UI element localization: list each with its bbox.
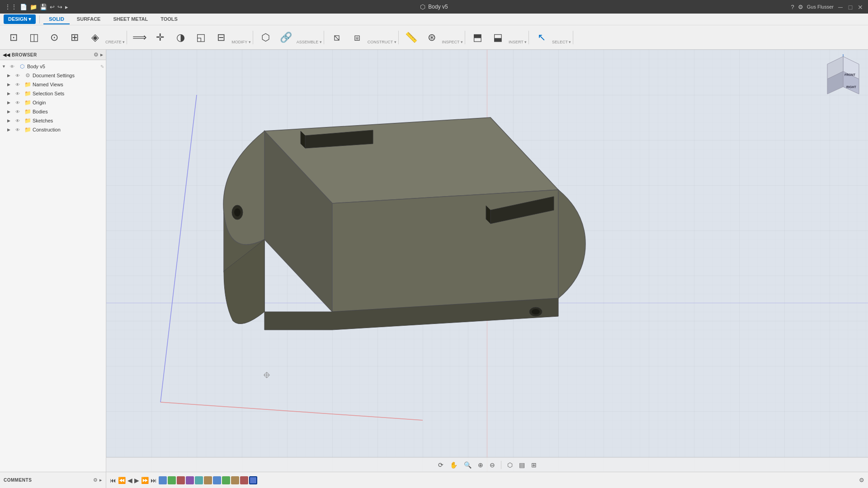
offset-plane-button[interactable]: ⧅	[327, 31, 347, 44]
app-menu-icon[interactable]: ⋮⋮	[5, 3, 17, 10]
move-button[interactable]: ✛	[150, 31, 170, 44]
browser-expand-icon[interactable]: ▸	[100, 52, 103, 58]
comments-expand-icon[interactable]: ▸	[99, 477, 102, 483]
origin-eye-icon[interactable]: 👁	[14, 99, 21, 106]
timeline-next-button[interactable]: ⏩	[141, 477, 149, 484]
edit-icon[interactable]: ✎	[100, 64, 104, 69]
joint-button[interactable]: 🔗	[276, 31, 296, 44]
root-label: Body v5	[27, 64, 100, 69]
doc-eye-icon[interactable]: 👁	[14, 72, 21, 79]
construction-arrow[interactable]: ▶	[7, 127, 13, 132]
loft-button[interactable]: ⊞	[65, 31, 85, 44]
feature-8[interactable]	[222, 476, 230, 484]
chamfer-button[interactable]: ◱	[191, 31, 211, 44]
bodies-eye-icon[interactable]: 👁	[14, 108, 21, 115]
nav-cube[interactable]: FRONT RIGHT Z	[823, 54, 863, 95]
sketches-eye-icon[interactable]: 👁	[14, 117, 21, 124]
construction-eye-icon[interactable]: 👁	[14, 126, 21, 133]
feature-4[interactable]	[186, 476, 194, 484]
ss-arrow[interactable]: ▶	[7, 91, 13, 96]
feature-5[interactable]	[195, 476, 203, 484]
help-icon[interactable]: ?	[791, 4, 794, 10]
tree-bodies[interactable]: ▶ 👁 📁 Bodies	[0, 107, 106, 116]
viewport[interactable]: FRONT RIGHT Z ⟳ ✋ 🔍 ⊕ ⊖ ⬡ ▤ ⊞	[106, 50, 868, 472]
close-button[interactable]: ✕	[857, 4, 863, 10]
nv-arrow[interactable]: ▶	[7, 82, 13, 87]
feature-9[interactable]	[231, 476, 239, 484]
maximize-button[interactable]: □	[847, 4, 854, 10]
new-file-icon[interactable]: 📄	[20, 4, 27, 10]
root-collapse-arrow[interactable]: ▼	[2, 64, 7, 69]
shell-button[interactable]: ⊟	[211, 31, 231, 44]
feature-6[interactable]	[204, 476, 212, 484]
origin-arrow[interactable]: ▶	[7, 100, 13, 105]
feature-7[interactable]	[213, 476, 221, 484]
comments-panel[interactable]: COMMENTS ⚙ ▸	[0, 472, 106, 488]
vp-zoom-in-icon[interactable]: ⊕	[476, 460, 486, 469]
tree-construction[interactable]: ▶ 👁 📁 Construction	[0, 125, 106, 134]
vp-zoom-icon[interactable]: 🔍	[462, 460, 474, 469]
feature-current[interactable]	[249, 476, 257, 484]
select-button[interactable]: ↖	[532, 31, 552, 44]
new-body-button[interactable]: ◈	[85, 31, 105, 44]
interference-button[interactable]: ⊛	[422, 31, 442, 44]
revolve-button[interactable]: ◫	[24, 31, 44, 44]
vp-grid-icon[interactable]: ⊞	[529, 460, 539, 469]
undo-icon[interactable]: ↩	[50, 4, 55, 10]
bodies-arrow[interactable]: ▶	[7, 109, 13, 114]
timeline-skip-end-button[interactable]: ⏭	[151, 477, 157, 484]
timeline-settings-icon[interactable]: ⚙	[859, 477, 864, 483]
tab-solid[interactable]: SOLID	[43, 14, 70, 24]
feature-3[interactable]	[177, 476, 185, 484]
redo-icon[interactable]: ↪	[57, 4, 62, 10]
vp-view-cube-icon[interactable]: ⬡	[505, 460, 515, 469]
midplane-button[interactable]: ⧆	[347, 31, 367, 44]
push-pull-button[interactable]: ⟹	[130, 31, 150, 44]
vp-display-mode-icon[interactable]: ▤	[517, 460, 527, 469]
construct-group: ⧅ ⧆ CONSTRUCT ▾	[327, 31, 399, 44]
measure-button[interactable]: 📏	[401, 31, 421, 44]
tree-named-views[interactable]: ▶ 👁 📁 Named Views	[0, 80, 106, 89]
vp-pan-icon[interactable]: ✋	[448, 460, 460, 469]
tree-sketches[interactable]: ▶ 👁 📁 Sketches	[0, 116, 106, 125]
feature-2[interactable]	[168, 476, 176, 484]
vp-orbit-icon[interactable]: ⟳	[436, 460, 446, 469]
settings-icon[interactable]: ⚙	[798, 4, 803, 10]
collapse-icon[interactable]: ◀◀	[3, 52, 10, 58]
timeline-skip-start-button[interactable]: ⏮	[110, 477, 116, 484]
sweep-button[interactable]: ⊙	[44, 31, 64, 44]
open-icon[interactable]: 📁	[30, 4, 37, 10]
browser-settings-icon[interactable]: ⚙	[94, 52, 99, 58]
feature-10[interactable]	[240, 476, 248, 484]
tab-surface[interactable]: SURFACE	[71, 14, 106, 24]
tab-sheetmetal[interactable]: SHEET METAL	[108, 14, 153, 24]
vp-zoom-out-icon[interactable]: ⊖	[487, 460, 497, 469]
fillet-button[interactable]: ◑	[170, 31, 190, 44]
sketches-arrow[interactable]: ▶	[7, 118, 13, 123]
minimize-button[interactable]: ─	[837, 4, 844, 10]
bottom-bar: COMMENTS ⚙ ▸ ⏮ ⏪ ◀ ▶ ⏩ ⏭ ⚙	[0, 472, 868, 488]
tree-selection-sets[interactable]: ▶ 👁 📁 Selection Sets	[0, 89, 106, 98]
design-mode-button[interactable]: DESIGN ▾	[4, 14, 36, 24]
nv-eye-icon[interactable]: 👁	[14, 81, 21, 88]
new-component-button[interactable]: ⬡	[256, 31, 276, 44]
extrude-button[interactable]: ⊡	[4, 31, 24, 44]
feature-1[interactable]	[159, 476, 167, 484]
tab-tools[interactable]: TOOLS	[155, 14, 183, 24]
root-eye-icon[interactable]: 👁	[9, 63, 16, 70]
timeline-play-button[interactable]: ▶	[134, 477, 139, 484]
doc-arrow[interactable]: ▶	[7, 73, 13, 78]
timeline-play-back-button[interactable]: ◀	[127, 477, 132, 484]
tree-document-settings[interactable]: ▶ 👁 ⚙ Document Settings	[0, 71, 106, 80]
timeline-prev-button[interactable]: ⏪	[118, 477, 126, 484]
tree-root[interactable]: ▼ 👁 ⬡ Body v5 ✎	[0, 62, 106, 71]
tree-origin[interactable]: ▶ 👁 📁 Origin	[0, 98, 106, 107]
ss-eye-icon[interactable]: 👁	[14, 90, 21, 97]
comments-settings-icon[interactable]: ⚙	[93, 477, 98, 483]
insert-svg-button[interactable]: ⬓	[488, 31, 508, 44]
insert-mesh-button[interactable]: ⬒	[468, 31, 488, 44]
save-icon[interactable]: 💾	[40, 4, 47, 10]
more-icon[interactable]: ▸	[65, 4, 68, 10]
user-name[interactable]: Gus Flusser	[807, 4, 834, 9]
toolbar-area: DESIGN ▾ SOLID SURFACE SHEET METAL TOOLS…	[0, 14, 868, 50]
